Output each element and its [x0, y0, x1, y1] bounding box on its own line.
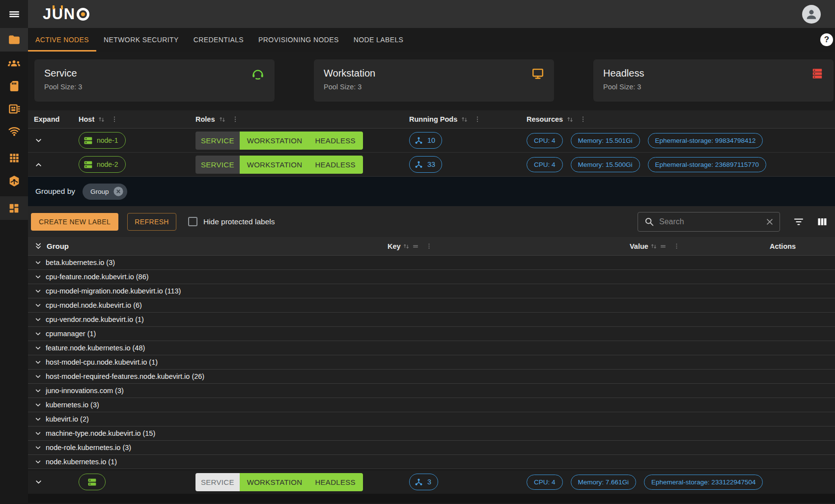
host-chip[interactable] [79, 474, 106, 490]
label-group-row[interactable]: host-model-cpu.node.kubevirt.io (1) [28, 355, 835, 370]
create-new-label-button[interactable]: CREATE NEW LABEL [31, 213, 118, 231]
hub-icon [414, 160, 423, 169]
hide-protected-checkbox[interactable] [188, 217, 197, 226]
sidebar-item-folder[interactable] [0, 28, 28, 52]
label-group-row[interactable]: kubevirt.io (2) [28, 412, 835, 426]
pods-count: 3 [427, 478, 431, 486]
label-group-row[interactable]: node-role.kubernetes.io (3) [28, 441, 835, 455]
filter-equals-icon[interactable] [412, 242, 419, 250]
role-headless[interactable]: HEADLESS [315, 160, 355, 169]
sidebar-item-cube[interactable] [0, 169, 28, 193]
host-name: node-1 [97, 136, 118, 144]
label-group-row[interactable]: juno-innovations.com (3) [28, 384, 835, 398]
column-menu-icon[interactable] [231, 115, 239, 123]
label-group-row[interactable]: kubernetes.io (3) [28, 398, 835, 412]
sort-icon[interactable] [402, 242, 410, 250]
label-group-row[interactable]: feature.node.kubernetes.io (48) [28, 341, 835, 355]
user-avatar[interactable] [802, 5, 821, 24]
role-workstation[interactable]: WORKSTATION [247, 478, 303, 486]
filter-icon[interactable] [793, 216, 805, 228]
cpu-chip: CPU: 4 [527, 133, 563, 148]
grouped-by-chip[interactable]: Group [83, 184, 127, 200]
group-row-label: host-model-cpu.node.kubevirt.io (1) [46, 358, 158, 366]
sort-icon[interactable] [460, 115, 469, 124]
hamburger-icon [8, 8, 21, 21]
view-columns-icon[interactable] [816, 216, 828, 228]
role-headless[interactable]: HEADLESS [315, 136, 355, 145]
label-group-row[interactable]: cpu-vendor.node.kubevirt.io (1) [28, 313, 835, 327]
role-headless[interactable]: HEADLESS [315, 478, 355, 486]
chevron-up-icon [34, 160, 43, 169]
column-menu-icon[interactable] [111, 115, 118, 123]
label-group-row[interactable]: cpumanager (1) [28, 327, 835, 341]
label-group-row[interactable]: node.kubernetes.io (1) [28, 455, 835, 469]
column-menu-icon[interactable] [673, 242, 680, 250]
role-workstation[interactable]: WORKSTATION [247, 136, 303, 145]
host-server-icon [87, 477, 97, 487]
role-service[interactable]: SERVICE [195, 156, 240, 174]
label-group-row[interactable]: cpu-model.node.kubevirt.io (6) [28, 298, 835, 313]
search-input[interactable] [659, 217, 760, 226]
sidebar-item-groups[interactable] [0, 52, 28, 75]
label-group-row[interactable]: beta.kubernetes.io (3) [28, 256, 835, 270]
chevron-down-icon [34, 415, 42, 424]
logo-letter: N [64, 6, 75, 22]
sort-icon[interactable] [97, 115, 106, 124]
sort-icon[interactable] [566, 115, 574, 124]
tab-node-labels[interactable]: NODE LABELS [346, 28, 411, 52]
tab-label: PROVISIONING NODES [258, 36, 339, 44]
remove-group-icon[interactable] [113, 186, 124, 197]
sidebar-item-wifi[interactable] [0, 119, 28, 143]
app-root: JUN ACTIVE NODES NETWORK SECURITY CRED [0, 0, 835, 504]
pool-card-title: Workstation [324, 68, 544, 79]
column-menu-icon[interactable] [425, 242, 433, 250]
expand-row-button[interactable] [34, 136, 43, 145]
sort-icon[interactable] [650, 242, 658, 250]
sidebar [0, 28, 28, 504]
ephemeral-storage-chip: Ephemeral-storage: 233122947504 [644, 475, 763, 490]
filter-equals-icon[interactable] [659, 242, 667, 250]
column-menu-icon[interactable] [579, 115, 587, 123]
memory-chip: Memory: 15.501Gi [571, 133, 640, 148]
help-button[interactable]: ? [820, 33, 833, 46]
group-row-label: cpu-vendor.node.kubevirt.io (1) [46, 316, 144, 323]
sort-icon[interactable] [218, 115, 226, 124]
column-menu-icon[interactable] [473, 115, 481, 123]
footer-strip [28, 494, 835, 503]
server-stack-icon [811, 67, 824, 80]
tab-label: NODE LABELS [354, 36, 404, 44]
role-workstation[interactable]: WORKSTATION [247, 160, 303, 169]
pool-card-workstation: Workstation Pool Size: 3 [314, 59, 554, 102]
tab-network-security[interactable]: NETWORK SECURITY [96, 28, 186, 52]
tab-credentials[interactable]: CREDENTIALS [186, 28, 251, 52]
labels-toolbar: CREATE NEW LABEL REFRESH Hide protected … [28, 206, 835, 237]
header-resources: Resources [527, 115, 563, 123]
chevron-down-icon [34, 316, 42, 324]
expand-all-icon[interactable] [34, 242, 43, 251]
tab-active-nodes[interactable]: ACTIVE NODES [28, 28, 96, 52]
pods-count: 10 [427, 136, 435, 144]
sidebar-item-apps[interactable] [0, 146, 28, 170]
label-group-row[interactable]: host-model-required-features.node.kubevi… [28, 370, 835, 384]
sidebar-item-dashboard[interactable] [0, 196, 28, 220]
sidebar-item-sim-card[interactable] [0, 74, 28, 98]
clear-search-icon[interactable] [765, 217, 775, 227]
label-group-row[interactable]: machine-type.node.kubevirt.io (15) [28, 426, 835, 441]
label-group-row[interactable]: cpu-feature.node.kubevirt.io (86) [28, 270, 835, 284]
host-chip[interactable]: node-2 [79, 156, 126, 173]
group-row-label: host-model-required-features.node.kubevi… [46, 372, 204, 380]
refresh-button[interactable]: REFRESH [127, 213, 176, 231]
role-service[interactable]: SERVICE [195, 132, 240, 150]
chevron-down-icon [34, 358, 42, 367]
collapse-row-button[interactable] [34, 160, 43, 169]
expand-row-button[interactable] [34, 477, 43, 487]
host-chip[interactable]: node-1 [79, 132, 126, 149]
pods-count: 33 [427, 160, 435, 168]
tab-provisioning-nodes[interactable]: PROVISIONING NODES [251, 28, 346, 52]
group-row-label: beta.kubernetes.io (3) [46, 259, 115, 266]
hamburger-menu-button[interactable] [0, 0, 28, 28]
cube-icon [8, 175, 21, 187]
sidebar-item-memory[interactable] [0, 97, 28, 121]
label-group-row[interactable]: cpu-model-migration.node.kubevirt.io (11… [28, 284, 835, 298]
role-service[interactable]: SERVICE [195, 473, 240, 491]
